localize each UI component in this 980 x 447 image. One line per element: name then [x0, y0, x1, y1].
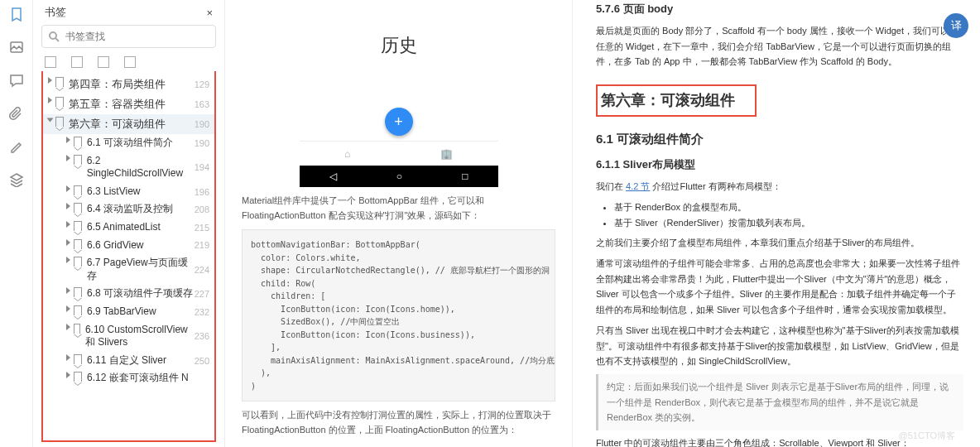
list-item: 基于 RenderBox 的盒模型布局。	[614, 199, 963, 215]
business-icon[interactable]: 🏢	[440, 148, 453, 160]
sidebar-subitem[interactable]: 6.11 自定义 Sliver250	[43, 352, 214, 370]
search-icon	[48, 31, 60, 42]
sidebar-chapter[interactable]: 第六章：可滚动组件190	[43, 114, 214, 134]
sidebar-subitem[interactable]: 6.12 嵌套可滚动组件 N	[43, 369, 214, 387]
close-icon[interactable]: ×	[206, 7, 213, 19]
watermark: @51CTO博客	[899, 430, 955, 442]
phone-screen-title: 历史	[300, 8, 498, 108]
middle-para-1: Material组件库中提供了一个 BottomAppBar 组件，它可以和 F…	[242, 194, 555, 223]
tool-collapse[interactable]	[45, 56, 56, 68]
section-576-title: 5.7.6 页面 body	[596, 0, 963, 18]
section-61-title: 6.1 可滚动组件简介	[596, 128, 963, 150]
comment-icon[interactable]	[9, 73, 24, 88]
code-block: bottomNavigationBar: BottomAppBar( color…	[242, 229, 555, 401]
bottom-app-bar: ⌂ 🏢	[300, 141, 498, 166]
bookmark-icon[interactable]	[9, 7, 24, 22]
section-576-body: 最后就是页面的 Body 部分了，Scaffold 有一个 body 属性，接收…	[596, 23, 963, 70]
tool-expand[interactable]	[71, 56, 83, 68]
sidebar-subitem[interactable]: 6.4 滚动监听及控制208	[43, 200, 214, 219]
sidebar-subitem[interactable]: 6.5 AnimatedList215	[43, 219, 214, 237]
sidebar-chapter[interactable]: 第五章：容器类组件163	[43, 94, 214, 114]
list-item: 基于 Sliver（RenderSliver）按需加载列表布局。	[614, 215, 963, 231]
link-42[interactable]: 4.2 节	[626, 181, 650, 191]
nav-recent[interactable]: □	[462, 171, 468, 182]
nav-home[interactable]: ○	[396, 171, 402, 182]
edit-icon[interactable]	[9, 139, 24, 154]
sidebar-subitem[interactable]: 6.10 CustomScrollView 和 Slivers236	[43, 321, 214, 352]
sidebar-chapter[interactable]: 第四章：布局类组件129	[43, 74, 214, 94]
sidebar-title: 书签	[45, 5, 66, 20]
sidebar-subitem[interactable]: 6.1 可滚动组件简介190	[43, 134, 214, 152]
section-611-title: 6.1.1 Sliver布局模型	[596, 156, 963, 174]
sidebar-subitem[interactable]: 6.7 PageView与页面缓存224	[43, 254, 214, 285]
quote-block: 约定：后面如果我们说一个组件是 Sliver 则表示它是基于Sliver布局的组…	[596, 374, 963, 430]
image-icon[interactable]	[9, 40, 24, 55]
sidebar-subitem[interactable]: 6.9 TabBarView232	[43, 303, 214, 321]
android-navbar: ◁ ○ □	[300, 166, 498, 187]
search-input[interactable]	[41, 25, 216, 48]
chapter-6-title: 第六章：可滚动组件	[596, 84, 757, 117]
fab-button[interactable]: +	[385, 108, 413, 136]
sidebar-subitem[interactable]: 6.3 ListView196	[43, 183, 214, 201]
nav-back[interactable]: ◁	[329, 171, 337, 182]
tool-remove[interactable]	[124, 56, 136, 68]
translate-button[interactable]: 译	[944, 13, 968, 38]
tool-add[interactable]	[98, 56, 109, 68]
svg-point-1	[50, 32, 56, 39]
sidebar-subitem[interactable]: 6.6 GridView219	[43, 237, 214, 255]
layers-icon[interactable]	[9, 172, 24, 187]
middle-para-2: 可以看到，上面代码中没有控制打洞位置的属性，实际上，打洞的位置取决于 Float…	[242, 408, 555, 437]
sidebar-subitem[interactable]: 6.8 可滚动组件子项缓存227	[43, 285, 214, 303]
sidebar-subitem[interactable]: 6.2 SingleChildScrollView194	[43, 152, 214, 183]
attachment-icon[interactable]	[9, 106, 24, 121]
home-icon[interactable]: ⌂	[344, 148, 350, 160]
